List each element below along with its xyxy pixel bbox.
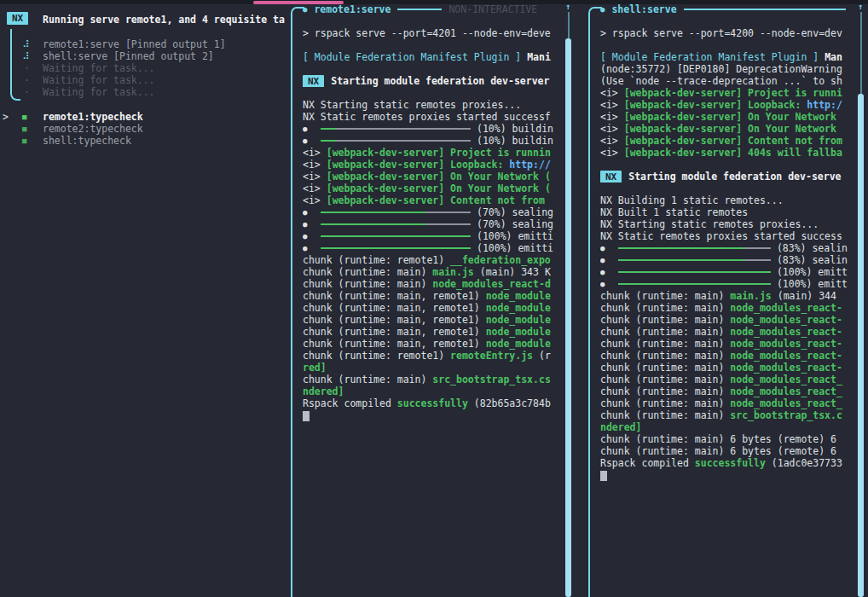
scrollbar[interactable]: ↑ [856, 0, 866, 597]
terminal-line: NX Building 1 static remotes... [600, 194, 848, 206]
progress-bar-fill [321, 235, 471, 237]
waiting-dot-icon: · [24, 86, 30, 98]
output-pane-shell-serve: ● shell:serve > rspack serve --port=4200… [588, 0, 868, 597]
nx-logo-badge: NX [7, 12, 28, 25]
terminal-line: Rspack compiled successfully (82b65a3c78… [303, 397, 553, 409]
task-list-item[interactable]: ■shell:typecheck [0, 135, 291, 147]
progress-bar-fill [618, 271, 771, 273]
progress-bullet-icon: ● [303, 123, 309, 135]
scrollbar-thumb[interactable] [858, 94, 864, 597]
terminal-line: chunk (runtime: main) src_bootstrap_tsx.… [600, 409, 848, 421]
progress-bar [618, 247, 771, 249]
terminal-line: chunk (runtime: main) 6 bytes (remote) 6 [600, 445, 848, 457]
status-dot-icon: ● [600, 3, 605, 15]
pane-header[interactable]: ● shell:serve [600, 3, 853, 15]
task-tree-item[interactable]: ⠼remote1:serve [Pinned output 1] [0, 38, 291, 50]
progress-label: (100%) emitt [777, 266, 848, 278]
progress-bar [618, 259, 771, 261]
progress-line: ●(100%) emitt [600, 278, 848, 290]
terminal-line: chunk (runtime: main) node_modules_react… [600, 338, 848, 350]
task-label: remote1:typecheck [43, 111, 143, 123]
progress-label: (100%) emitt [777, 278, 848, 290]
task-list-title: Running serve remote1, and 4 requisite t… [43, 14, 291, 26]
terminal-line: ndered] [600, 421, 848, 433]
progress-label: (70%) sealing [477, 218, 553, 230]
terminal-line: > rspack serve --port=4200 --node-env=de… [600, 27, 848, 39]
terminal-line: Rspack compiled successfully (1adc0e3773… [600, 457, 848, 469]
progress-bar-fill [321, 212, 425, 213]
progress-bar-track [336, 128, 471, 130]
blank-line [600, 39, 848, 51]
output-pane-remote1-serve: ● remote1:serve NON-INTERACTIVE > rspack… [291, 0, 588, 597]
terminal-line: <i> [webpack-dev-server] Loopback: http:… [600, 99, 848, 111]
progress-line: ●(10%) buildin [303, 123, 553, 135]
terminal-line: chunk (runtime: main) node_modules_react… [600, 302, 848, 314]
terminal-line: chunk (runtime: main) 6 bytes (remote) 6 [600, 433, 848, 445]
terminal-line: (Use `node --trace-deprecation ...` to s… [600, 75, 848, 87]
terminal-line: > rspack serve --port=4201 --node-env=de… [303, 27, 553, 39]
terminal-line: chunk (runtime: main) node_modules_react… [303, 278, 553, 290]
progress-bar-track [425, 223, 471, 225]
header-rule [397, 9, 442, 10]
task-list-item[interactable]: ■remote2:typecheck [0, 123, 291, 135]
task-tree-item[interactable]: ·Waiting for task... [0, 74, 291, 86]
task-tree-item[interactable]: ·Waiting for task... [0, 62, 291, 74]
terminal-line: chunk (runtime: main) node_modules_react… [600, 314, 848, 326]
scrollbar-thumb[interactable] [565, 38, 571, 597]
progress-bar-fill [618, 283, 771, 285]
nx-badge-line: NXStarting module federation dev-server [303, 75, 553, 87]
progress-bar-fill [618, 247, 745, 249]
progress-bullet-icon: ● [303, 135, 309, 147]
terminal-output: > rspack serve --port=4201 --node-env=de… [303, 27, 553, 421]
status-dot-icon: ● [303, 3, 307, 15]
nx-badge-line: NXStarting module federation dev-serve [600, 171, 848, 183]
progress-label: (83%) sealin [777, 242, 848, 254]
blank-line [303, 39, 553, 51]
progress-bar [321, 247, 471, 249]
spinner-icon: ⠼ [22, 50, 29, 62]
pane-header[interactable]: ● remote1:serve NON-INTERACTIVE [303, 3, 537, 15]
terminal-line: chunk (runtime: remote1) remoteEntry.js … [303, 350, 553, 362]
blank-line [600, 159, 848, 171]
spinner-icon: ⠼ [22, 38, 29, 50]
progress-bar-fill [321, 128, 336, 130]
terminal-line: <i> [webpack-dev-server] Content not fro… [600, 135, 848, 147]
progress-bar-fill [618, 259, 745, 261]
progress-line: ●(100%) emitti [303, 230, 553, 242]
terminal-cursor [303, 411, 310, 421]
task-list-item[interactable]: >■remote1:typecheck [0, 111, 291, 123]
scroll-up-icon[interactable]: ↑ [858, 1, 863, 13]
scroll-up-icon[interactable]: ↑ [565, 1, 570, 13]
progress-bar [321, 212, 471, 213]
waiting-dot-icon: · [24, 62, 30, 74]
terminal-line: chunk (runtime: main) node_modules_react… [600, 350, 848, 362]
terminal-line: chunk (runtime: main) src_bootstrap_tsx.… [303, 374, 553, 385]
progress-bullet-icon: ● [600, 266, 606, 278]
terminal-line: chunk (runtime: main, remote1) node_modu… [303, 326, 553, 338]
terminal-line: red] [303, 362, 553, 374]
task-label: Waiting for task... [43, 74, 155, 86]
progress-bar-fill [321, 223, 425, 225]
terminal-line: [ Module Federation Manifest Plugin ] Ma… [600, 51, 848, 63]
progress-label: (100%) emitti [477, 242, 553, 254]
scrollbar[interactable]: ↑ [564, 0, 574, 597]
task-tree-item[interactable]: ·Waiting for task... [0, 86, 291, 98]
typecheck-task-list: >■remote1:typecheck■remote2:typecheck■sh… [0, 111, 291, 147]
progress-bar [321, 140, 471, 142]
terminal-line: <i> [webpack-dev-server] On Your Network [600, 123, 848, 135]
task-tree-item[interactable]: ⠼shell:serve [Pinned output 2] [0, 50, 291, 62]
progress-bar [321, 128, 471, 130]
terminal-line: chunk (runtime: main) node_modules_react… [600, 362, 848, 374]
progress-bar-track [336, 140, 471, 142]
task-label: shell:serve [Pinned output 2] [43, 50, 214, 62]
terminal-line: chunk (runtime: main, remote1) node_modu… [303, 338, 553, 350]
progress-line: ●(70%) sealing [303, 206, 553, 218]
progress-bar-track [744, 259, 770, 261]
nx-logo-badge: NX [303, 75, 324, 87]
progress-bullet-icon: ● [303, 242, 309, 254]
pane-title: shell:serve [611, 3, 676, 15]
terminal-line: chunk (runtime: main) main.js (main) 344 [600, 290, 848, 302]
nx-terminal-ui: NX Running serve remote1, and 4 requisit… [0, 0, 868, 597]
progress-label: (70%) sealing [477, 206, 553, 218]
terminal-line: chunk (runtime: main) node_modules_react… [600, 374, 848, 385]
